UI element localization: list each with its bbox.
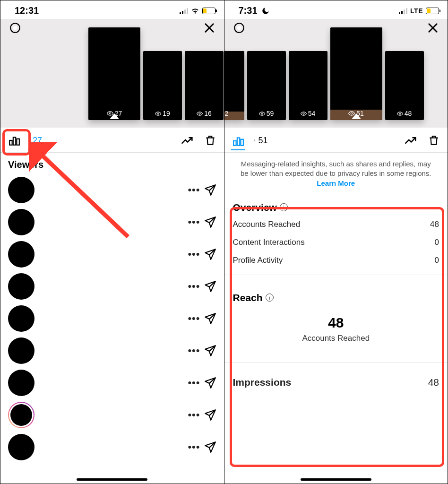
- privacy-notice: Messaging-related insights, such as shar…: [224, 153, 448, 195]
- signal-icon: [399, 8, 407, 14]
- story-thumb[interactable]: 59: [247, 51, 286, 120]
- story-thumb-selected[interactable]: 27: [88, 27, 140, 120]
- story-strip: 27 19 16 1: [0, 19, 224, 128]
- gear-icon[interactable]: [232, 21, 246, 35]
- trend-icon[interactable]: [181, 133, 195, 147]
- chart-icon[interactable]: [7, 133, 21, 147]
- more-icon[interactable]: •••: [184, 441, 204, 453]
- svg-point-19: [254, 140, 255, 141]
- more-icon[interactable]: •••: [184, 248, 204, 260]
- overview-heading: Overview: [233, 202, 277, 213]
- story-thumb-selected[interactable]: 51: [330, 27, 382, 120]
- send-icon[interactable]: [204, 345, 216, 357]
- viewer-row: •••: [0, 399, 224, 431]
- views-tab[interactable]: 27: [28, 136, 42, 150]
- viewer-row: •••: [0, 174, 224, 206]
- overview-section: Overviewi Accounts Reached48 Content Int…: [224, 195, 448, 282]
- viewers-heading: Viewers: [0, 153, 224, 174]
- reach-heading: Reach: [233, 292, 263, 303]
- dnd-moon-icon: [261, 7, 270, 15]
- send-icon[interactable]: [204, 377, 216, 389]
- svg-point-12: [261, 112, 263, 114]
- trash-icon[interactable]: [427, 133, 441, 147]
- close-icon[interactable]: [202, 21, 216, 35]
- chart-icon[interactable]: [231, 136, 245, 150]
- more-icon[interactable]: •••: [184, 377, 204, 389]
- avatar[interactable]: [8, 209, 34, 235]
- viewer-row: •••: [0, 335, 224, 367]
- send-icon[interactable]: [204, 248, 216, 260]
- svg-rect-17: [237, 138, 239, 145]
- reach-section: Reachi 48 Accounts Reached: [224, 282, 448, 369]
- viewer-row: •••: [0, 206, 224, 238]
- home-indicator: [77, 478, 147, 481]
- gear-icon[interactable]: [8, 21, 22, 35]
- learn-more-link[interactable]: Learn More: [317, 179, 355, 187]
- metric-row[interactable]: Profile Activity0: [233, 249, 439, 267]
- send-icon[interactable]: [204, 409, 216, 421]
- status-bar: 12:31: [0, 0, 224, 19]
- viewers-list: ••• ••• ••• ••• ••• ••• ••• ••• •••: [0, 174, 224, 484]
- home-indicator: [301, 478, 371, 481]
- metric-row[interactable]: Accounts Reached48: [233, 213, 439, 231]
- trend-icon[interactable]: [404, 133, 418, 147]
- story-thumb[interactable]: 16: [185, 51, 224, 120]
- trash-icon[interactable]: [203, 133, 217, 147]
- status-time: 7:31: [239, 5, 258, 16]
- send-icon[interactable]: [204, 280, 216, 293]
- more-icon[interactable]: •••: [184, 184, 204, 196]
- reach-sublabel: Accounts Reached: [233, 334, 439, 343]
- send-icon[interactable]: [204, 441, 216, 453]
- status-bar: 7:31 LTE: [224, 0, 448, 19]
- close-icon[interactable]: [426, 21, 440, 35]
- impressions-value: 48: [428, 377, 439, 388]
- more-icon[interactable]: •••: [184, 345, 204, 357]
- more-icon[interactable]: •••: [184, 312, 204, 325]
- insights-tabs: 27: [0, 128, 224, 153]
- info-icon[interactable]: i: [266, 294, 274, 302]
- avatar[interactable]: [8, 434, 34, 460]
- viewer-row: •••: [0, 367, 224, 399]
- views-tab[interactable]: 51: [254, 133, 268, 147]
- more-icon[interactable]: •••: [184, 280, 204, 293]
- svg-rect-6: [13, 138, 16, 145]
- wifi-icon: [191, 8, 199, 14]
- svg-point-4: [199, 112, 200, 114]
- metric-row[interactable]: Content Interactions0: [233, 231, 439, 249]
- story-thumb[interactable]: 72: [224, 51, 244, 120]
- story-thumb[interactable]: 19: [143, 51, 182, 120]
- avatar[interactable]: [8, 273, 34, 300]
- network-label: LTE: [410, 7, 423, 15]
- view-count: 51: [258, 136, 267, 146]
- svg-rect-16: [233, 141, 236, 146]
- viewer-row: •••: [0, 270, 224, 302]
- phone-left: 12:31 27 19: [0, 0, 224, 484]
- svg-rect-18: [241, 139, 243, 145]
- viewer-row: •••: [0, 431, 224, 463]
- svg-point-15: [399, 112, 401, 114]
- info-icon[interactable]: i: [280, 203, 288, 211]
- story-thumb[interactable]: 48: [385, 51, 424, 120]
- more-icon[interactable]: •••: [184, 409, 204, 421]
- story-thumb[interactable]: 54: [289, 51, 327, 120]
- view-count: 27: [33, 136, 42, 146]
- send-icon[interactable]: [204, 184, 216, 196]
- svg-rect-7: [17, 139, 19, 145]
- avatar[interactable]: [8, 177, 34, 203]
- svg-point-8: [28, 140, 29, 141]
- avatar[interactable]: [8, 305, 34, 332]
- signal-icon: [180, 8, 188, 14]
- send-icon[interactable]: [204, 216, 216, 228]
- reach-value: 48: [233, 315, 439, 331]
- avatar[interactable]: [8, 402, 34, 428]
- status-time: 12:31: [15, 5, 39, 16]
- phone-right: 7:31 LTE 72 59 54: [224, 0, 448, 484]
- avatar[interactable]: [8, 241, 34, 268]
- impressions-section: Impressions 48: [224, 369, 448, 395]
- avatar[interactable]: [8, 370, 34, 396]
- viewer-row: •••: [0, 238, 224, 270]
- more-icon[interactable]: •••: [184, 216, 204, 228]
- send-icon[interactable]: [204, 312, 216, 325]
- avatar[interactable]: [8, 337, 34, 364]
- impressions-heading: Impressions: [233, 377, 292, 388]
